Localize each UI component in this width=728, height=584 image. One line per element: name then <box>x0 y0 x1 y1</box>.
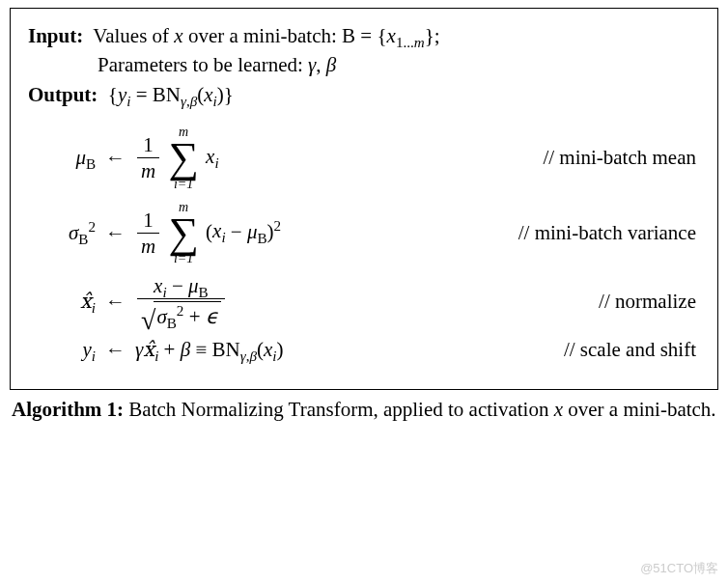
assign-arrow: ← <box>96 338 135 362</box>
eq-normalize: x̂i ← xi − μB√σB2 + ϵ // normalize <box>28 275 700 328</box>
eq-comment: // scale and shift <box>564 338 700 362</box>
input-line-2: Parameters to be learned: γ, β <box>28 51 700 78</box>
eq-rhs: γx̂i + β ≡ BNγ,β(xi) <box>135 338 283 362</box>
assign-arrow: ← <box>96 146 135 170</box>
assign-arrow: ← <box>96 221 135 245</box>
output-line: Output: {yi = BNγ,β(xi)} <box>28 81 700 108</box>
eq-mean: μB ← 1m m∑i=1 xi // mini-batch mean <box>28 125 700 191</box>
eq-var: σB2 <box>55 221 96 245</box>
eq-var: yi <box>55 338 96 362</box>
output-text: {yi = BNγ,β(xi)} <box>108 83 234 106</box>
eq-comment: // mini-batch variance <box>518 221 700 245</box>
input-line-1: Input: Values of x over a mini-batch: B … <box>28 22 700 49</box>
algorithm-box: Input: Values of x over a mini-batch: B … <box>10 8 718 390</box>
eq-variance: σB2 ← 1m m∑i=1 (xi − μB)2 // mini-batch … <box>28 201 700 266</box>
eq-scale-shift: yi ← γx̂i + β ≡ BNγ,β(xi) // scale and s… <box>28 338 700 362</box>
eq-comment: // mini-batch mean <box>543 146 700 170</box>
eq-rhs: xi − μB√σB2 + ϵ <box>135 275 227 328</box>
output-label: Output: <box>28 83 98 106</box>
algorithm-caption: Algorithm 1: Batch Normalizing Transform… <box>12 396 716 423</box>
eq-var: μB <box>55 146 96 170</box>
equations: μB ← 1m m∑i=1 xi // mini-batch mean σB2 … <box>28 125 700 362</box>
eq-rhs: 1m m∑i=1 xi <box>135 125 219 191</box>
caption-label: Algorithm 1: <box>12 398 124 421</box>
input-text-2: Parameters to be learned: γ, β <box>98 53 336 76</box>
eq-var: x̂i <box>55 290 96 314</box>
eq-rhs: 1m m∑i=1 (xi − μB)2 <box>135 201 281 266</box>
caption-text: Batch Normalizing Transform, applied to … <box>128 398 715 421</box>
input-text-1: Values of x over a mini-batch: B = {x1..… <box>93 24 439 47</box>
assign-arrow: ← <box>96 290 135 314</box>
eq-comment: // normalize <box>599 290 700 314</box>
input-label: Input: <box>28 24 83 47</box>
